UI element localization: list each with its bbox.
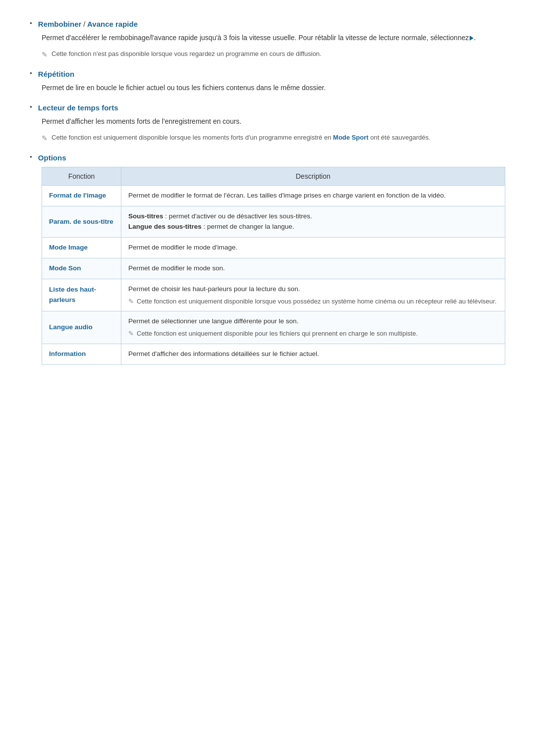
table-cell-description: Permet d'afficher des informations détai… <box>121 344 505 364</box>
table-cell-description: Permet de modifier le mode son. <box>121 258 505 279</box>
table-cell-description: Sous-titres : permet d'activer ou de dés… <box>121 206 505 238</box>
lecteur-note: ✎ Cette fonction est uniquement disponib… <box>42 133 505 144</box>
pencil-icon-3: ✎ <box>128 297 134 306</box>
bullet-options: ● Options <box>30 153 505 162</box>
table-row: Mode Image Permet de modifier le mode d'… <box>42 237 505 258</box>
bullet-dot-3: ● <box>30 104 32 109</box>
section-repetition: ● Répétition Permet de lire en boucle le… <box>30 70 505 93</box>
langue-sous-titres-bold: Langue des sous-titres <box>128 223 202 230</box>
bullet-dot: ● <box>30 21 32 25</box>
haut-parleurs-desc: Permet de choisir les haut-parleurs pour… <box>128 284 498 295</box>
rembobiner-note: ✎ Cette fonction n'est pas disponible lo… <box>42 49 505 60</box>
table-row: Information Permet d'afficher des inform… <box>42 344 505 364</box>
table-row: Langue audio Permet de sélectionner une … <box>42 311 505 344</box>
table-row: Liste des haut-parleurs Permet de choisi… <box>42 279 505 311</box>
table-cell-description: Permet de modifier le mode d'image. <box>121 237 505 258</box>
section-options: ● Options Fonction Description Format de… <box>30 153 505 364</box>
table-cell-fonction: Mode Image <box>42 237 121 258</box>
table-cell-fonction: Format de l'image <box>42 186 121 206</box>
bullet-dot-4: ● <box>30 154 32 159</box>
table-cell-description: Permet de choisir les haut-parleurs pour… <box>121 279 505 311</box>
sous-titres-bold: Sous-titres <box>128 212 163 220</box>
repetition-body: Permet de lire en boucle le fichier actu… <box>42 82 505 93</box>
table-cell-fonction: Liste des haut-parleurs <box>42 279 121 311</box>
pencil-icon-2: ✎ <box>42 133 48 144</box>
lecteur-title[interactable]: Lecteur de temps forts <box>38 103 118 112</box>
table-row: Param. de sous-titre Sous-titres : perme… <box>42 206 505 238</box>
haut-parleurs-note-text: Cette fonction est uniquement disponible… <box>137 297 496 306</box>
langue-audio-desc: Permet de sélectionner une langue différ… <box>128 316 498 327</box>
bullet-lecteur: ● Lecteur de temps forts <box>30 103 505 112</box>
lecteur-body: Permet d'afficher les moments forts de l… <box>42 116 505 127</box>
mode-sport-link[interactable]: Mode Sport <box>333 134 369 141</box>
table-header-description: Description <box>121 167 505 186</box>
options-title[interactable]: Options <box>38 153 66 162</box>
section-rembobiner-title: Rembobiner / Avance rapide <box>38 20 138 28</box>
table-cell-description: Permet de sélectionner une langue différ… <box>121 311 505 344</box>
rembobiner-note-text: Cette fonction n'est pas disponible lors… <box>52 49 321 59</box>
table-cell-description: Permet de modifier le format de l'écran.… <box>121 186 505 206</box>
section-lecteur: ● Lecteur de temps forts Permet d'affich… <box>30 103 505 144</box>
table-cell-fonction: Langue audio <box>42 311 121 344</box>
rembobiner-link[interactable]: Rembobiner <box>38 20 82 28</box>
table-cell-fonction: Param. de sous-titre <box>42 206 121 238</box>
langue-audio-note-text: Cette fonction est uniquement disponible… <box>137 329 418 339</box>
langue-audio-note: ✎ Cette fonction est uniquement disponib… <box>128 329 498 339</box>
bullet-dot-2: ● <box>30 71 32 75</box>
repetition-title[interactable]: Répétition <box>38 70 74 78</box>
haut-parleurs-note: ✎ Cette fonction est uniquement disponib… <box>128 297 498 306</box>
lecteur-note-text: Cette fonction est uniquement disponible… <box>52 133 430 143</box>
table-row: Format de l'image Permet de modifier le … <box>42 186 505 206</box>
table-cell-fonction: Information <box>42 344 121 364</box>
options-table: Fonction Description Format de l'image P… <box>42 167 505 364</box>
pencil-icon-4: ✎ <box>128 329 134 339</box>
rembobiner-body: Permet d'accélérer le rembobinage/l'avan… <box>42 32 505 43</box>
bullet-repetition: ● Répétition <box>30 70 505 78</box>
bullet-rembobiner: ● Rembobiner / Avance rapide <box>30 20 505 28</box>
avance-rapide-link[interactable]: Avance rapide <box>87 20 138 28</box>
table-cell-fonction: Mode Son <box>42 258 121 279</box>
pencil-icon: ✎ <box>42 50 48 60</box>
langue-sous-titres-line: Langue des sous-titres : permet de chang… <box>128 222 498 232</box>
section-rembobiner: ● Rembobiner / Avance rapide Permet d'ac… <box>30 20 505 60</box>
table-header-fonction: Fonction <box>42 167 121 186</box>
table-row: Mode Son Permet de modifier le mode son. <box>42 258 505 279</box>
separator: / <box>83 20 87 28</box>
sous-titres-line: Sous-titres : permet d'activer ou de dés… <box>128 211 498 222</box>
